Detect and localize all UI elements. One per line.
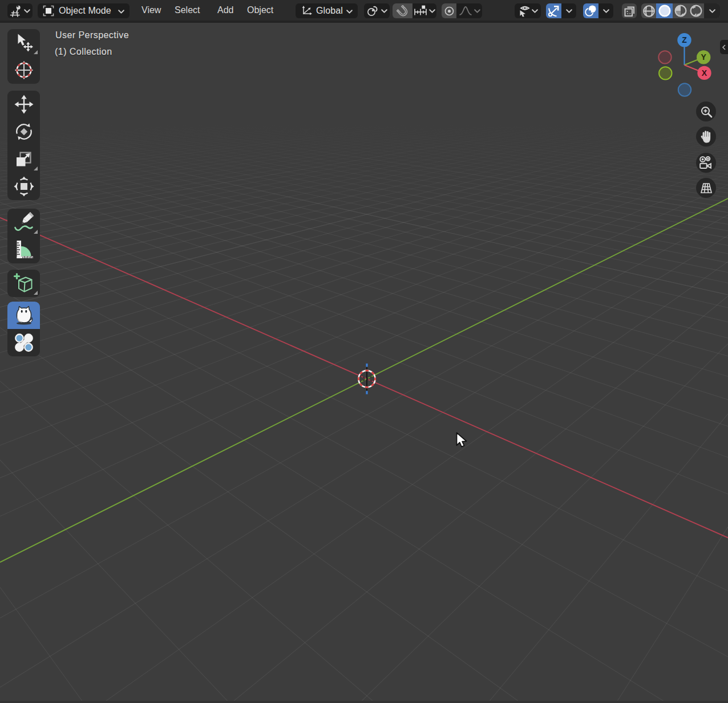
svg-text:Y: Y xyxy=(701,52,707,62)
svg-text:Z: Z xyxy=(682,35,687,44)
svg-text:X: X xyxy=(702,68,707,78)
